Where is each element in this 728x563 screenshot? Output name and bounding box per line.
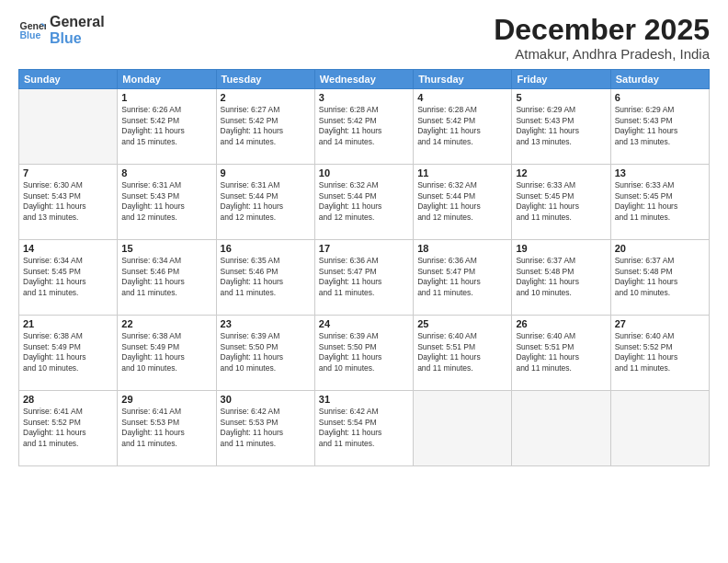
calendar-cell: 3Sunrise: 6:28 AM Sunset: 5:42 PM Daylig… — [314, 89, 413, 165]
day-number: 3 — [319, 92, 409, 103]
day-number: 26 — [516, 318, 606, 329]
calendar-cell: 21Sunrise: 6:38 AM Sunset: 5:49 PM Dayli… — [19, 316, 118, 391]
logo-general: General — [50, 14, 105, 30]
day-info: Sunrise: 6:31 AM Sunset: 5:44 PM Dayligh… — [221, 180, 311, 223]
calendar-cell — [610, 391, 709, 466]
day-info: Sunrise: 6:39 AM Sunset: 5:50 PM Dayligh… — [221, 331, 311, 373]
day-number: 25 — [417, 318, 507, 329]
day-number: 27 — [615, 318, 705, 329]
week-row-4: 21Sunrise: 6:38 AM Sunset: 5:49 PM Dayli… — [19, 316, 710, 391]
calendar-cell: 29Sunrise: 6:41 AM Sunset: 5:53 PM Dayli… — [118, 391, 216, 466]
calendar-cell: 7Sunrise: 6:30 AM Sunset: 5:43 PM Daylig… — [19, 165, 118, 240]
calendar-cell — [19, 89, 118, 165]
day-info: Sunrise: 6:41 AM Sunset: 5:52 PM Dayligh… — [23, 407, 113, 449]
day-info: Sunrise: 6:39 AM Sunset: 5:50 PM Dayligh… — [319, 331, 409, 373]
day-info: Sunrise: 6:37 AM Sunset: 5:48 PM Dayligh… — [615, 256, 705, 298]
day-info: Sunrise: 6:38 AM Sunset: 5:49 PM Dayligh… — [23, 331, 113, 373]
calendar-cell: 26Sunrise: 6:40 AM Sunset: 5:51 PM Dayli… — [512, 316, 610, 391]
day-number: 23 — [221, 318, 311, 329]
day-number: 19 — [516, 243, 606, 254]
day-number: 9 — [221, 167, 311, 178]
day-number: 8 — [121, 167, 211, 178]
day-info: Sunrise: 6:40 AM Sunset: 5:51 PM Dayligh… — [417, 331, 507, 373]
weekday-friday: Friday — [512, 70, 610, 89]
day-number: 2 — [221, 92, 311, 103]
day-info: Sunrise: 6:36 AM Sunset: 5:47 PM Dayligh… — [319, 256, 409, 298]
calendar-cell: 11Sunrise: 6:32 AM Sunset: 5:44 PM Dayli… — [414, 165, 512, 240]
calendar-cell: 24Sunrise: 6:39 AM Sunset: 5:50 PM Dayli… — [314, 316, 413, 391]
day-info: Sunrise: 6:29 AM Sunset: 5:43 PM Dayligh… — [615, 105, 705, 147]
calendar-cell: 17Sunrise: 6:36 AM Sunset: 5:47 PM Dayli… — [314, 240, 413, 316]
logo-icon: General Blue — [18, 17, 46, 44]
day-number: 30 — [221, 394, 311, 405]
day-number: 22 — [121, 318, 211, 329]
day-info: Sunrise: 6:33 AM Sunset: 5:45 PM Dayligh… — [615, 180, 705, 223]
day-number: 5 — [516, 92, 606, 103]
day-number: 12 — [516, 167, 606, 178]
calendar-cell: 10Sunrise: 6:32 AM Sunset: 5:44 PM Dayli… — [314, 165, 413, 240]
weekday-tuesday: Tuesday — [216, 70, 314, 89]
day-info: Sunrise: 6:37 AM Sunset: 5:48 PM Dayligh… — [516, 256, 606, 298]
day-number: 1 — [121, 92, 211, 103]
day-info: Sunrise: 6:32 AM Sunset: 5:44 PM Dayligh… — [417, 180, 507, 223]
day-info: Sunrise: 6:34 AM Sunset: 5:45 PM Dayligh… — [23, 256, 113, 298]
calendar-cell — [414, 391, 512, 466]
calendar-cell: 20Sunrise: 6:37 AM Sunset: 5:48 PM Dayli… — [610, 240, 709, 316]
day-info: Sunrise: 6:29 AM Sunset: 5:43 PM Dayligh… — [516, 105, 606, 147]
day-info: Sunrise: 6:41 AM Sunset: 5:53 PM Dayligh… — [121, 407, 211, 449]
day-info: Sunrise: 6:30 AM Sunset: 5:43 PM Dayligh… — [23, 180, 113, 223]
weekday-thursday: Thursday — [414, 70, 512, 89]
day-number: 28 — [23, 394, 113, 405]
logo: General Blue General Blue — [18, 14, 105, 46]
day-info: Sunrise: 6:27 AM Sunset: 5:42 PM Dayligh… — [221, 105, 311, 147]
calendar-cell: 15Sunrise: 6:34 AM Sunset: 5:46 PM Dayli… — [118, 240, 216, 316]
day-info: Sunrise: 6:32 AM Sunset: 5:44 PM Dayligh… — [319, 180, 409, 223]
calendar-cell: 4Sunrise: 6:28 AM Sunset: 5:42 PM Daylig… — [414, 89, 512, 165]
svg-text:Blue: Blue — [20, 29, 41, 40]
day-number: 6 — [615, 92, 705, 103]
day-info: Sunrise: 6:42 AM Sunset: 5:53 PM Dayligh… — [221, 407, 311, 449]
calendar-cell: 12Sunrise: 6:33 AM Sunset: 5:45 PM Dayli… — [512, 165, 610, 240]
day-number: 13 — [615, 167, 705, 178]
calendar-table: SundayMondayTuesdayWednesdayThursdayFrid… — [18, 69, 710, 466]
day-number: 14 — [23, 243, 113, 254]
day-info: Sunrise: 6:31 AM Sunset: 5:43 PM Dayligh… — [121, 180, 211, 223]
day-number: 17 — [319, 243, 409, 254]
day-number: 15 — [121, 243, 211, 254]
calendar-cell: 22Sunrise: 6:38 AM Sunset: 5:49 PM Dayli… — [118, 316, 216, 391]
day-info: Sunrise: 6:28 AM Sunset: 5:42 PM Dayligh… — [319, 105, 409, 147]
day-number: 21 — [23, 318, 113, 329]
day-number: 29 — [121, 394, 211, 405]
day-info: Sunrise: 6:35 AM Sunset: 5:46 PM Dayligh… — [221, 256, 311, 298]
calendar-cell: 1Sunrise: 6:26 AM Sunset: 5:42 PM Daylig… — [118, 89, 216, 165]
week-row-1: 1Sunrise: 6:26 AM Sunset: 5:42 PM Daylig… — [19, 89, 710, 165]
calendar-cell: 16Sunrise: 6:35 AM Sunset: 5:46 PM Dayli… — [216, 240, 314, 316]
calendar-cell: 8Sunrise: 6:31 AM Sunset: 5:43 PM Daylig… — [118, 165, 216, 240]
calendar-cell: 25Sunrise: 6:40 AM Sunset: 5:51 PM Dayli… — [414, 316, 512, 391]
title-block: December 2025 Atmakur, Andhra Pradesh, I… — [494, 14, 710, 62]
day-info: Sunrise: 6:26 AM Sunset: 5:42 PM Dayligh… — [121, 105, 211, 147]
calendar-cell: 28Sunrise: 6:41 AM Sunset: 5:52 PM Dayli… — [19, 391, 118, 466]
day-number: 4 — [417, 92, 507, 103]
day-info: Sunrise: 6:42 AM Sunset: 5:54 PM Dayligh… — [319, 407, 409, 449]
weekday-wednesday: Wednesday — [314, 70, 413, 89]
day-info: Sunrise: 6:36 AM Sunset: 5:47 PM Dayligh… — [417, 256, 507, 298]
day-info: Sunrise: 6:28 AM Sunset: 5:42 PM Dayligh… — [417, 105, 507, 147]
weekday-header-row: SundayMondayTuesdayWednesdayThursdayFrid… — [19, 70, 710, 89]
page: General Blue General Blue December 2025 … — [0, 0, 728, 563]
week-row-3: 14Sunrise: 6:34 AM Sunset: 5:45 PM Dayli… — [19, 240, 710, 316]
calendar-cell: 6Sunrise: 6:29 AM Sunset: 5:43 PM Daylig… — [610, 89, 709, 165]
weekday-saturday: Saturday — [610, 70, 709, 89]
day-number: 11 — [417, 167, 507, 178]
week-row-5: 28Sunrise: 6:41 AM Sunset: 5:52 PM Dayli… — [19, 391, 710, 466]
calendar-cell: 5Sunrise: 6:29 AM Sunset: 5:43 PM Daylig… — [512, 89, 610, 165]
calendar-cell: 27Sunrise: 6:40 AM Sunset: 5:52 PM Dayli… — [610, 316, 709, 391]
day-info: Sunrise: 6:34 AM Sunset: 5:46 PM Dayligh… — [121, 256, 211, 298]
week-row-2: 7Sunrise: 6:30 AM Sunset: 5:43 PM Daylig… — [19, 165, 710, 240]
calendar-cell: 14Sunrise: 6:34 AM Sunset: 5:45 PM Dayli… — [19, 240, 118, 316]
logo-blue: Blue — [50, 30, 105, 47]
calendar-cell: 31Sunrise: 6:42 AM Sunset: 5:54 PM Dayli… — [314, 391, 413, 466]
location-title: Atmakur, Andhra Pradesh, India — [494, 46, 710, 62]
day-number: 31 — [319, 394, 409, 405]
day-info: Sunrise: 6:38 AM Sunset: 5:49 PM Dayligh… — [121, 331, 211, 373]
